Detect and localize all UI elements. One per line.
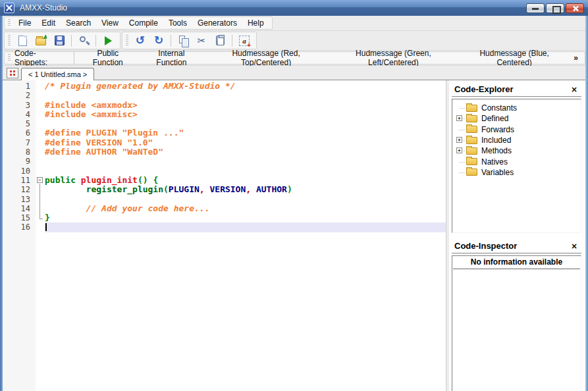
fold-margin	[36, 91, 45, 100]
undo-button[interactable]	[132, 33, 149, 49]
code-text: }	[45, 213, 446, 222]
code-text: // Add your code here...	[45, 204, 446, 213]
snippet-gripper[interactable]	[8, 54, 11, 63]
minimize-button[interactable]	[526, 3, 545, 13]
menu-item-search[interactable]: Search	[61, 16, 96, 30]
search-button[interactable]	[75, 33, 92, 49]
menu-gripper[interactable]	[8, 19, 11, 28]
code-editor[interactable]: 1/* Plugin generated by AMXX-Studio */23…	[3, 80, 446, 391]
run-icon	[105, 36, 112, 45]
menu-item-generators[interactable]: Generators	[192, 16, 242, 30]
tree-item-natives[interactable]: Natives	[456, 156, 581, 167]
line-number: 4	[3, 110, 36, 119]
fold-collapse-icon[interactable]: −	[37, 177, 43, 183]
fold-margin	[36, 119, 45, 128]
tree-connector	[456, 167, 466, 178]
editor-line-15[interactable]: 15}	[3, 213, 446, 222]
menu-bar: FileEditSearchViewCompileToolsGenerators…	[3, 16, 585, 31]
code-inspector-close-icon[interactable]: ×	[570, 242, 579, 250]
search-icon	[80, 36, 86, 42]
editor-line-11[interactable]: 11−public plugin_init() {	[3, 176, 446, 185]
code-explorer-panel: Constants+DefinedForwards+Included+Metho…	[452, 99, 581, 233]
fold-margin	[36, 110, 45, 119]
copy-icon	[179, 36, 185, 43]
menu-panel: FileEditSearchViewCompileToolsGenerators…	[4, 16, 273, 30]
title-bar: AMXX-Studio	[0, 0, 588, 16]
toolbar-gripper[interactable]	[126, 35, 128, 47]
app-logo-icon	[4, 3, 14, 13]
editor-line-5[interactable]: 5	[3, 119, 446, 128]
folder-icon	[466, 105, 477, 112]
save-file-icon	[55, 36, 65, 45]
editor-line-10[interactable]: 10	[3, 167, 446, 176]
copy-button[interactable]	[174, 33, 192, 49]
code-text: #include <amxmisc>	[45, 110, 446, 119]
line-number: 12	[3, 185, 36, 194]
tree-item-methods[interactable]: +Methods	[456, 145, 581, 156]
open-file-button[interactable]	[32, 33, 49, 49]
tree-item-constants[interactable]: Constants	[456, 103, 581, 113]
tab-list-button[interactable]	[7, 68, 18, 78]
code-explorer-header: Code-Explorer ×	[452, 83, 581, 97]
window-controls	[526, 3, 584, 13]
editor-line-14[interactable]: 14 // Add your code here...	[3, 204, 446, 213]
editor-line-2[interactable]: 2	[3, 91, 446, 100]
redo-button[interactable]	[150, 33, 167, 49]
menu-item-file[interactable]: File	[13, 16, 36, 30]
new-file-button[interactable]	[14, 33, 31, 49]
code-explorer-tree: Constants+DefinedForwards+Included+Metho…	[452, 99, 581, 178]
restore-button[interactable]	[546, 3, 564, 13]
snippet-bar: Code-Snippets: Public FunctionInternal F…	[3, 51, 585, 66]
editor-line-3[interactable]: 3#include <amxmodx>	[3, 101, 446, 110]
window-title: AMXX-Studio	[20, 3, 67, 13]
editor-line-4[interactable]: 4#include <amxmisc>	[3, 110, 446, 119]
editor-line-6[interactable]: 6#define PLUGIN "Plugin ..."	[3, 128, 446, 138]
snippet-separator	[74, 52, 74, 64]
fold-margin	[36, 138, 45, 147]
folder-icon	[466, 126, 477, 133]
code-text	[45, 222, 446, 232]
editor-line-12[interactable]: 12 register_plugin(PLUGIN, VERSION, AUTH…	[3, 185, 446, 194]
line-number: 8	[3, 147, 36, 157]
menu-items: FileEditSearchViewCompileToolsGenerators…	[13, 16, 269, 30]
expand-icon[interactable]: +	[456, 115, 462, 121]
tree-connector: +	[456, 113, 466, 124]
editor-line-9[interactable]: 9	[3, 157, 446, 166]
menu-item-edit[interactable]: Edit	[36, 16, 61, 30]
editor-line-8[interactable]: 8#define AUTHOR "WaNTeD"	[3, 147, 446, 157]
tab-untitled-sma[interactable]: < 1 Untitled.sma >	[21, 68, 94, 80]
menu-item-compile[interactable]: Compile	[124, 16, 163, 30]
toolbar-gripper[interactable]	[8, 35, 11, 47]
tree-item-variables[interactable]: Variables	[456, 167, 581, 178]
expand-icon[interactable]: +	[456, 137, 462, 143]
code-explorer-close-icon[interactable]: ×	[570, 86, 579, 93]
tree-item-defined[interactable]: +Defined	[456, 113, 581, 124]
menu-item-help[interactable]: Help	[242, 16, 269, 30]
menu-item-view[interactable]: View	[96, 16, 124, 30]
paste-icon	[216, 36, 225, 45]
snippet-bar-label: Code-Snippets:	[13, 49, 71, 67]
cut-button[interactable]	[193, 33, 210, 49]
tree-item-included[interactable]: +Included	[456, 135, 581, 145]
editor-line-13[interactable]: 13	[3, 195, 446, 204]
select-all-button[interactable]	[236, 33, 253, 49]
fold-margin	[36, 185, 45, 194]
tree-item-forwards[interactable]: Forwards	[456, 124, 581, 135]
code-text: #include <amxmodx>	[45, 101, 446, 110]
window-border-right	[585, 16, 588, 391]
menu-item-tools[interactable]: Tools	[163, 16, 192, 30]
run-button[interactable]	[99, 33, 117, 49]
folder-icon	[466, 147, 477, 155]
editor-line-1[interactable]: 1/* Plugin generated by AMXX-Studio */	[3, 82, 446, 91]
code-text: #define AUTHOR "WaNTeD"	[45, 147, 446, 157]
toolbar-overflow-chevron[interactable]: »	[570, 53, 582, 63]
paste-button[interactable]	[211, 33, 228, 49]
save-file-button[interactable]	[51, 33, 68, 49]
redo-icon	[154, 35, 163, 46]
line-number: 11	[3, 176, 36, 185]
expand-icon[interactable]: +	[456, 147, 462, 153]
close-button[interactable]	[566, 3, 584, 13]
editor-line-7[interactable]: 7#define VERSION "1.0"	[3, 138, 446, 147]
editor-line-16[interactable]: 16	[3, 222, 446, 232]
fold-margin	[36, 204, 45, 213]
